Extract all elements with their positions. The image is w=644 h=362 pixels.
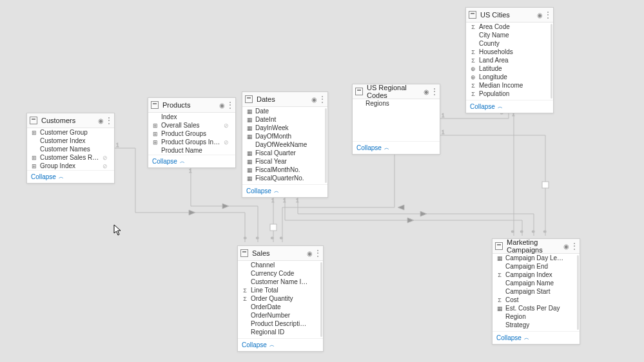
table-header[interactable]: Sales ◉ ⋮	[238, 246, 323, 261]
field-name: Campaign Index	[505, 271, 565, 278]
field-row[interactable]: ΣHouseholds	[466, 48, 553, 56]
field-row[interactable]: ▦Fiscal Year	[242, 157, 327, 166]
svg-marker-12	[420, 211, 427, 216]
field-row[interactable]: ⊞Product Groups Index⊘	[148, 138, 235, 146]
field-row[interactable]: Region	[493, 312, 580, 321]
field-list: ΣArea CodeCity NameCountyΣHouseholdsΣLan…	[466, 23, 553, 100]
collapse-button[interactable]: Collapse︿	[493, 331, 580, 344]
collapse-button[interactable]: Collapse︿	[242, 184, 327, 197]
field-row[interactable]: OrderNumber	[238, 311, 323, 319]
field-row[interactable]: ▦Fiscal Quarter	[242, 149, 327, 157]
more-icon[interactable]: ⋮	[226, 102, 233, 108]
table-marketing[interactable]: Marketing Campaigns ◉ ⋮ ▦Campaign Day Le…	[492, 238, 580, 345]
more-icon[interactable]: ⋮	[571, 243, 577, 249]
visibility-icon[interactable]: ◉	[561, 243, 571, 250]
collapse-button[interactable]: Collapse︿	[238, 338, 323, 351]
svg-text:1: 1	[189, 167, 192, 174]
table-header[interactable]: US Cities ◉ ⋮	[466, 8, 553, 23]
field-row[interactable]: ΣCampaign Index	[493, 271, 580, 279]
field-row[interactable]: City Name	[466, 31, 553, 39]
field-row[interactable]: ▦Est. Costs Per Day	[493, 304, 580, 312]
more-icon[interactable]: ⋮	[431, 88, 437, 95]
collapse-button[interactable]: Collapse︿	[466, 100, 553, 113]
table-header[interactable]: US Regional Codes ◉ ⋮	[353, 84, 440, 99]
field-row[interactable]: Product Name	[148, 146, 235, 155]
svg-text:*: *	[532, 229, 535, 236]
field-row[interactable]: ▦FiscalQuarterNo.	[242, 174, 327, 182]
field-row[interactable]: Campaign Start	[493, 287, 580, 296]
field-row[interactable]: ΣOrder Quantity	[238, 294, 323, 303]
cal-icon: ▦	[496, 255, 503, 262]
field-row[interactable]: Index	[148, 113, 235, 121]
field-row[interactable]: ΣLine Total	[238, 286, 323, 294]
field-row[interactable]: ⊕Latitude	[466, 64, 553, 73]
blank-icon	[356, 100, 363, 107]
table-header[interactable]: Marketing Campaigns ◉ ⋮	[493, 239, 580, 254]
svg-text:1: 1	[442, 112, 445, 119]
field-row[interactable]: ⊕Longitude	[466, 73, 553, 81]
field-row[interactable]: Campaign Name	[493, 279, 580, 287]
table-regional[interactable]: US Regional Codes ◉ ⋮ Regions Collapse︿	[352, 84, 440, 155]
table-header[interactable]: Dates ◉ ⋮	[242, 92, 327, 107]
field-row[interactable]: Strategy	[493, 321, 580, 329]
field-row[interactable]: Regional ID	[238, 328, 323, 336]
field-row[interactable]: ▦Date	[242, 107, 327, 115]
field-list: ▦Date▦DateInt▦DayInWeek▦DayOfMonthDayOfW…	[242, 107, 327, 184]
field-row[interactable]: ⊞Product Groups	[148, 129, 235, 138]
field-name: DateInt	[255, 116, 313, 123]
table-cities[interactable]: US Cities ◉ ⋮ ΣArea CodeCity NameCountyΣ…	[465, 7, 554, 113]
visibility-icon[interactable]: ◉	[535, 12, 544, 19]
collapse-button[interactable]: Collapse︿	[148, 155, 235, 167]
field-row[interactable]: ⊞Customer Group	[27, 128, 114, 137]
more-icon[interactable]: ⋮	[105, 117, 112, 124]
chevron-up-icon: ︿	[498, 103, 503, 110]
field-row[interactable]: ▦FiscalMonthNo.	[242, 166, 327, 174]
field-row[interactable]: ▦DayInWeek	[242, 124, 327, 132]
field-row[interactable]: Customer Name Index	[238, 278, 323, 286]
table-customers[interactable]: Customers ◉ ⋮ ⊞Customer GroupCustomer In…	[26, 113, 115, 184]
sum-icon: Σ	[470, 82, 476, 89]
field-row[interactable]: ⊞Overall Sales⊘	[148, 121, 235, 129]
field-row[interactable]: Customer Index	[27, 137, 114, 145]
more-icon[interactable]: ⋮	[318, 96, 325, 102]
table-icon	[469, 11, 476, 19]
field-row[interactable]: ⊞Group Index⊘	[27, 162, 114, 170]
table-products[interactable]: Products ◉ ⋮ Index⊞Overall Sales⊘⊞Produc…	[148, 97, 236, 168]
field-row[interactable]: ▦DateInt	[242, 115, 327, 124]
field-row[interactable]: ΣPopulation	[466, 90, 553, 98]
field-row[interactable]: Currency Code	[238, 269, 323, 278]
table-dates[interactable]: Dates ◉ ⋮ ▦Date▦DateInt▦DayInWeek▦DayOfM…	[242, 91, 328, 198]
field-name: Product Description Index	[251, 320, 309, 327]
field-row[interactable]: Customer Names	[27, 145, 114, 153]
collapse-button[interactable]: Collapse︿	[27, 170, 114, 183]
field-row[interactable]: ▦Campaign Day Length	[493, 254, 580, 262]
field-row[interactable]: DayOfWeekName	[242, 140, 327, 149]
field-row[interactable]: ΣCost	[493, 296, 580, 304]
hier-icon: ⊞	[31, 163, 37, 169]
table-header[interactable]: Customers ◉ ⋮	[27, 113, 114, 128]
field-row[interactable]: Channel	[238, 261, 323, 269]
visibility-icon[interactable]: ◉	[96, 117, 105, 124]
visibility-icon[interactable]: ◉	[422, 88, 431, 95]
field-list: ▦Campaign Day LengthCampaign EndΣCampaig…	[493, 254, 580, 331]
visibility-icon[interactable]: ◉	[217, 102, 226, 109]
field-row[interactable]: Product Description Index	[238, 319, 323, 328]
table-header[interactable]: Products ◉ ⋮	[148, 98, 235, 113]
field-row[interactable]: ΣLand Area	[466, 56, 553, 64]
field-row[interactable]: ⊞Customer Sales Rank⊘	[27, 153, 114, 162]
more-icon[interactable]: ⋮	[544, 12, 551, 18]
table-sales[interactable]: Sales ◉ ⋮ ChannelCurrency CodeCustomer N…	[237, 245, 324, 352]
more-icon[interactable]: ⋮	[314, 250, 320, 256]
field-row[interactable]: ▦DayOfMonth	[242, 132, 327, 140]
field-name: Customer Index	[40, 137, 100, 144]
field-row[interactable]: ΣMedian Income	[466, 81, 553, 90]
field-name: Strategy	[505, 321, 565, 329]
visibility-icon[interactable]: ◉	[309, 96, 318, 103]
field-row[interactable]: Regions	[353, 99, 440, 108]
field-row[interactable]: ΣArea Code	[466, 23, 553, 31]
collapse-button[interactable]: Collapse︿	[353, 141, 440, 154]
field-row[interactable]: OrderDate	[238, 303, 323, 311]
visibility-icon[interactable]: ◉	[305, 250, 314, 257]
field-row[interactable]: Campaign End	[493, 262, 580, 271]
field-row[interactable]: County	[466, 39, 553, 48]
